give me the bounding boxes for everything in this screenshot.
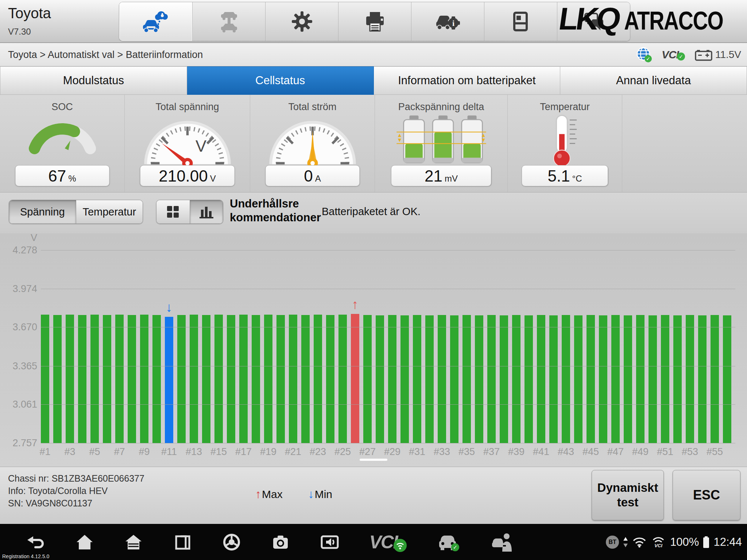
cell-bar-54[interactable] [698,315,707,443]
esc-button[interactable]: ESC [673,470,740,520]
vehicle-swap-button[interactable] [192,2,265,41]
vehicle-info-button[interactable]: i [411,2,484,41]
cell-bar-56[interactable] [723,315,731,443]
cell-bar-28[interactable] [376,315,384,443]
camera-icon[interactable] [271,533,290,552]
cell-bar-55[interactable] [711,315,719,443]
cell-bar-51[interactable] [661,315,669,443]
cell-bar-10[interactable] [152,315,161,443]
cell-bar-32[interactable] [425,315,434,443]
navbar-status-cluster: BT VCI 100% 12:44 [606,524,742,560]
cell-bar-20[interactable] [276,315,285,443]
cell-bar-44[interactable] [574,315,582,443]
cell-bar-18[interactable] [252,315,260,443]
battery-voltage-status[interactable]: 11.5V [695,48,741,61]
data-manager-button[interactable] [484,2,557,41]
cell-bar-35[interactable] [462,315,471,443]
tab-cellstatus[interactable]: Cellstatus [187,66,374,95]
cell-bar-4[interactable] [78,315,86,443]
cell-bar-30[interactable] [400,315,409,443]
cell-bar-34[interactable] [450,315,458,443]
bluetooth-badge[interactable]: BT [606,536,619,549]
remote-diagnostics-button[interactable] [119,2,192,41]
back-icon[interactable] [26,533,45,552]
x-axis-tick: #35 [458,446,475,458]
cell-bar-36[interactable] [475,315,483,443]
gauge-temperature-title: Temperatur [508,101,622,113]
segment-spanning[interactable]: Spänning [9,200,76,223]
cell-bar-49[interactable] [636,315,645,443]
cell-bar-33[interactable] [438,315,446,443]
cell-bar-43[interactable] [562,315,570,443]
scroll-indicator[interactable] [360,459,387,461]
cell-bar-16[interactable] [227,315,235,443]
cell-bar-27[interactable] [363,315,372,443]
cell-bar-23[interactable] [314,315,322,443]
vehicle-title: Toyota [8,5,51,22]
updown-arrows-icon [623,536,628,548]
cell-bar-31[interactable] [413,315,421,443]
grid-view-button[interactable] [156,200,190,223]
brand-logo: LKQ ATRACCO [559,1,745,37]
wifi-icon[interactable] [632,536,647,548]
vci-nav-logo[interactable]: VCI [369,532,407,553]
bar-chart-view-button[interactable] [190,200,223,223]
display-sound-icon[interactable] [320,533,339,552]
cell-bar-38[interactable] [500,315,508,443]
cell-bar-42[interactable] [549,315,558,443]
vci-signal-icon[interactable]: VCI [650,536,666,549]
cell-bar-14[interactable] [202,315,210,443]
garage-icon[interactable] [124,533,143,552]
cell-bar-50[interactable] [649,315,657,443]
x-axis-tick: #33 [434,446,450,458]
vehicle-connected-icon[interactable]: ✓ [437,532,460,552]
cell-bar-15[interactable] [214,315,223,443]
cell-bar-6[interactable] [103,315,111,443]
cell-bar-46[interactable] [599,315,607,443]
settings-button[interactable] [265,2,338,41]
home-icon[interactable] [75,533,94,552]
gauge-soc: SOC 67 % [0,95,125,192]
cell-bar-53[interactable] [686,315,694,443]
cell-bar-47[interactable] [611,315,620,443]
cell-bar-3[interactable] [66,315,74,443]
cell-bar-5[interactable] [90,315,99,443]
cell-bar-39[interactable] [512,315,520,443]
globe-icon[interactable]: ✓ [636,47,652,63]
tab-modulstatus[interactable]: Modulstatus [0,66,187,95]
cell-bar-40[interactable] [525,315,533,443]
cell-bar-25[interactable] [338,315,347,443]
legend-min: ↓ Min [308,487,332,501]
cell-bar-12[interactable] [177,315,186,443]
cell-bar-29[interactable] [388,315,396,443]
cell-bar-11[interactable] [165,317,173,443]
cell-bar-8[interactable] [128,315,136,443]
dynamic-test-button[interactable]: Dynamiskt test [592,470,664,520]
cell-bar-24[interactable] [326,315,334,443]
cell-bar-13[interactable] [190,315,198,443]
x-axis-tick: #25 [334,446,351,458]
chrome-icon[interactable] [222,533,241,552]
tab-annan-livedata[interactable]: Annan livedata [560,66,747,95]
cell-bar-22[interactable] [301,315,310,443]
segment-temperatur[interactable]: Temperatur [76,200,143,223]
cell-bar-26[interactable] [351,314,359,443]
cell-bar-7[interactable] [115,315,124,443]
tab-information-om-batteripaket[interactable]: Information om batteripaket [374,66,561,95]
cell-bar-17[interactable] [239,315,248,443]
technician-icon[interactable] [491,532,514,552]
cell-bar-21[interactable] [289,315,297,443]
cell-bar-2[interactable] [53,315,62,443]
print-button[interactable] [338,2,411,41]
vci-status[interactable]: VCI ✓ [662,48,685,61]
svg-text:✓: ✓ [646,56,650,62]
cell-bar-48[interactable] [624,315,632,443]
cell-bar-9[interactable] [140,315,148,443]
cell-bar-1[interactable] [41,315,49,443]
recent-apps-icon[interactable] [173,533,192,552]
cell-bar-52[interactable] [673,315,682,443]
cell-bar-41[interactable] [537,315,545,443]
cell-bar-19[interactable] [264,315,272,443]
cell-bar-45[interactable] [587,315,595,443]
cell-bar-37[interactable] [487,315,496,443]
